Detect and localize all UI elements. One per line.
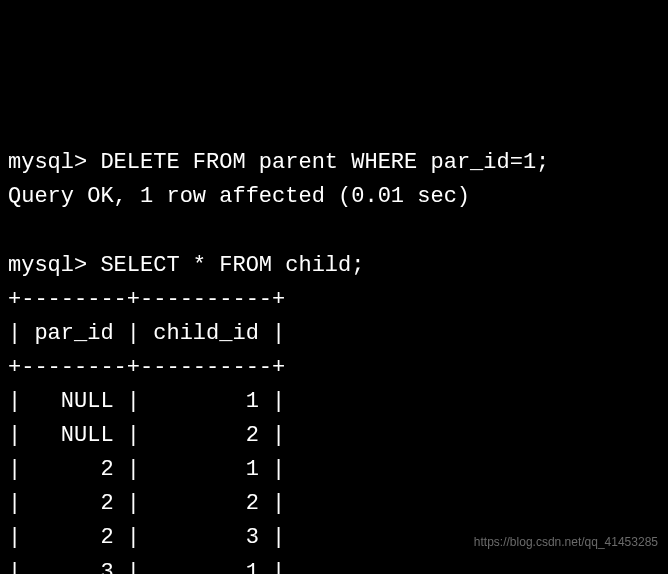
sql-command-select: SELECT * FROM child;: [100, 253, 364, 278]
table-separator: +--------+----------+: [8, 287, 285, 312]
table-header: | par_id | child_id |: [8, 321, 285, 346]
watermark: https://blog.csdn.net/qq_41453285: [474, 533, 658, 552]
table-separator: +--------+----------+: [8, 355, 285, 380]
table-row: | 2 | 3 |: [8, 525, 285, 550]
table-row: | 2 | 1 |: [8, 457, 285, 482]
mysql-prompt: mysql>: [8, 253, 100, 278]
table-row: | 2 | 2 |: [8, 491, 285, 516]
mysql-prompt: mysql>: [8, 150, 100, 175]
query-result-delete: Query OK, 1 row affected (0.01 sec): [8, 184, 470, 209]
table-row: | NULL | 1 |: [8, 389, 285, 414]
sql-command-delete: DELETE FROM parent WHERE par_id=1;: [100, 150, 549, 175]
table-row: | NULL | 2 |: [8, 423, 285, 448]
table-row: | 3 | 1 |: [8, 560, 285, 575]
